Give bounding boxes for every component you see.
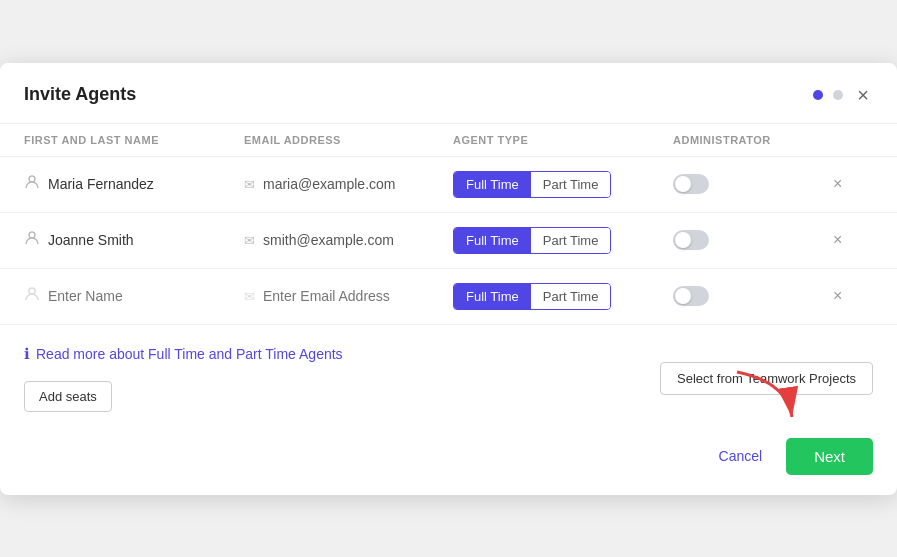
agent-name-1: Maria Fernandez bbox=[48, 176, 154, 192]
name-cell-1: Maria Fernandez bbox=[24, 174, 244, 194]
modal-header: Invite Agents × bbox=[0, 63, 897, 124]
svg-point-1 bbox=[29, 232, 35, 238]
admin-toggle-1[interactable] bbox=[673, 174, 709, 194]
invite-agents-modal: Invite Agents × FIRST AND LAST NAME EMAI… bbox=[0, 63, 897, 495]
email-cell-1: ✉ maria@example.com bbox=[244, 176, 453, 192]
part-time-btn-1[interactable]: Part Time bbox=[531, 172, 611, 197]
step-dot-2 bbox=[833, 90, 843, 100]
admin-cell-1 bbox=[673, 174, 833, 194]
col-admin: ADMINISTRATOR bbox=[673, 134, 833, 146]
select-projects-container: Select from Teamwork Projects bbox=[660, 362, 873, 395]
col-name: FIRST AND LAST NAME bbox=[24, 134, 244, 146]
table-row-placeholder: ✉ Full Time Part Time × bbox=[0, 269, 897, 325]
agent-name-2: Joanne Smith bbox=[48, 232, 134, 248]
svg-point-0 bbox=[29, 176, 35, 182]
table-header: FIRST AND LAST NAME EMAIL ADDRESS AGENT … bbox=[0, 124, 897, 157]
admin-cell-placeholder bbox=[673, 286, 833, 306]
col-actions bbox=[833, 134, 873, 146]
full-time-btn-1[interactable]: Full Time bbox=[454, 172, 531, 197]
admin-toggle-2[interactable] bbox=[673, 230, 709, 250]
info-link-row: ℹ Read more about Full Time and Part Tim… bbox=[24, 345, 343, 363]
delete-row-2[interactable]: × bbox=[833, 231, 842, 249]
admin-toggle-placeholder[interactable] bbox=[673, 286, 709, 306]
agent-type-toggle-placeholder[interactable]: Full Time Part Time bbox=[453, 283, 611, 310]
footer-actions: Cancel Next bbox=[0, 422, 897, 495]
email-cell-2: ✉ smith@example.com bbox=[244, 232, 453, 248]
person-icon-2 bbox=[24, 230, 40, 250]
email-icon-placeholder: ✉ bbox=[244, 289, 255, 304]
enter-name-input[interactable] bbox=[48, 288, 244, 304]
agent-type-cell-2: Full Time Part Time bbox=[453, 227, 673, 254]
agent-type-cell-1: Full Time Part Time bbox=[453, 171, 673, 198]
table-row: Joanne Smith ✉ smith@example.com Full Ti… bbox=[0, 213, 897, 269]
full-time-btn-placeholder[interactable]: Full Time bbox=[454, 284, 531, 309]
person-icon-1 bbox=[24, 174, 40, 194]
svg-point-2 bbox=[29, 288, 35, 294]
agent-email-1: maria@example.com bbox=[263, 176, 395, 192]
email-cell-placeholder: ✉ bbox=[244, 288, 453, 304]
modal-backdrop: Invite Agents × FIRST AND LAST NAME EMAI… bbox=[0, 0, 897, 557]
part-time-btn-placeholder[interactable]: Part Time bbox=[531, 284, 611, 309]
agent-email-2: smith@example.com bbox=[263, 232, 394, 248]
info-circle-icon: ℹ bbox=[24, 345, 30, 363]
next-button[interactable]: Next bbox=[786, 438, 873, 475]
part-time-btn-2[interactable]: Part Time bbox=[531, 228, 611, 253]
delete-row-placeholder[interactable]: × bbox=[833, 287, 842, 305]
delete-row-1[interactable]: × bbox=[833, 175, 842, 193]
close-button[interactable]: × bbox=[853, 83, 873, 107]
agent-type-toggle-2[interactable]: Full Time Part Time bbox=[453, 227, 611, 254]
person-icon-placeholder bbox=[24, 286, 40, 306]
agent-type-toggle-1[interactable]: Full Time Part Time bbox=[453, 171, 611, 198]
admin-cell-2 bbox=[673, 230, 833, 250]
enter-email-input[interactable] bbox=[263, 288, 453, 304]
modal-title: Invite Agents bbox=[24, 84, 136, 105]
cancel-button[interactable]: Cancel bbox=[707, 440, 775, 472]
agent-type-cell-placeholder: Full Time Part Time bbox=[453, 283, 673, 310]
col-agent-type: AGENT TYPE bbox=[453, 134, 673, 146]
full-time-btn-2[interactable]: Full Time bbox=[454, 228, 531, 253]
table-row: Maria Fernandez ✉ maria@example.com Full… bbox=[0, 157, 897, 213]
add-seats-button[interactable]: Add seats bbox=[24, 381, 112, 412]
email-icon-1: ✉ bbox=[244, 177, 255, 192]
info-left: ℹ Read more about Full Time and Part Tim… bbox=[24, 345, 343, 412]
info-link[interactable]: Read more about Full Time and Part Time … bbox=[36, 346, 343, 362]
col-email: EMAIL ADDRESS bbox=[244, 134, 453, 146]
header-right: × bbox=[813, 83, 873, 107]
footer-info: ℹ Read more about Full Time and Part Tim… bbox=[0, 325, 897, 422]
select-projects-button[interactable]: Select from Teamwork Projects bbox=[660, 362, 873, 395]
delete-cell-placeholder: × bbox=[833, 287, 873, 305]
delete-cell-2: × bbox=[833, 231, 873, 249]
name-cell-placeholder bbox=[24, 286, 244, 306]
name-cell-2: Joanne Smith bbox=[24, 230, 244, 250]
delete-cell-1: × bbox=[833, 175, 873, 193]
step-dot-1 bbox=[813, 90, 823, 100]
email-icon-2: ✉ bbox=[244, 233, 255, 248]
